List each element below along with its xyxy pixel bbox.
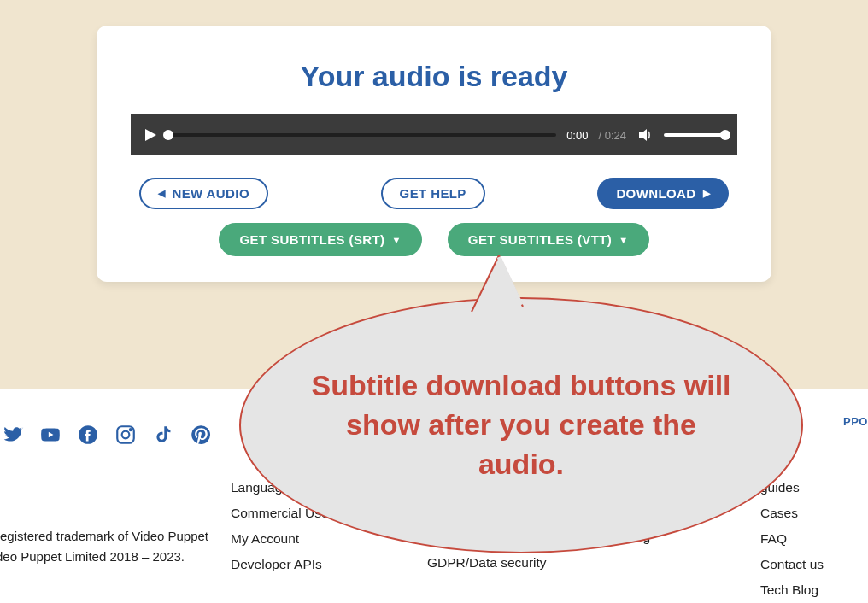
svg-point-3	[130, 429, 132, 430]
svg-marker-0	[145, 129, 156, 141]
audio-time-total: / 0:24	[598, 129, 626, 142]
subtitles-srt-button[interactable]: GET SUBTITLES (SRT)	[219, 223, 421, 256]
tiktok-icon[interactable]	[152, 424, 174, 446]
pinterest-icon[interactable]	[190, 424, 212, 446]
instagram-icon[interactable]	[114, 424, 137, 446]
svg-point-2	[122, 431, 130, 439]
annotation-callout: Subtitle download buttons will show afte…	[239, 297, 803, 553]
footer-col-4: guides Cases FAQ Contact us Tech Blog	[760, 480, 846, 598]
footer-link[interactable]: Tech Blog	[760, 583, 846, 598]
footer-link[interactable]: Contact us	[760, 557, 846, 572]
footer-link[interactable]: FAQ	[760, 531, 846, 547]
action-row-1: NEW AUDIO GET HELP DOWNLOAD	[131, 178, 737, 209]
audio-progress-thumb[interactable]	[163, 130, 173, 140]
support-heading-partial: PPO	[843, 415, 868, 428]
footer-link[interactable]: Cases	[760, 506, 846, 521]
volume-icon[interactable]	[636, 126, 654, 143]
footer-link[interactable]: GDPR/Data security	[427, 555, 555, 571]
get-help-button[interactable]: GET HELP	[381, 178, 485, 209]
new-audio-button[interactable]: NEW AUDIO	[139, 178, 268, 209]
audio-time-current: 0:00	[566, 129, 588, 142]
footer-link[interactable]: Developer APIs	[231, 557, 359, 572]
youtube-icon[interactable]	[39, 424, 62, 446]
download-button[interactable]: DOWNLOAD	[597, 178, 729, 209]
audio-ready-card: Your audio is ready 0:00 / 0:24 NEW AUDI…	[97, 26, 771, 282]
footer-link[interactable]: My Account	[231, 531, 359, 547]
trademark-text: registered trademark of Video Puppet deo…	[0, 526, 208, 567]
audio-player[interactable]: 0:00 / 0:24	[131, 114, 737, 155]
callout-tail	[461, 254, 530, 313]
action-row-2: GET SUBTITLES (SRT) GET SUBTITLES (VTT)	[131, 223, 737, 256]
play-icon[interactable]	[143, 127, 158, 143]
facebook-icon[interactable]	[77, 424, 99, 446]
audio-progress-bar[interactable]	[168, 133, 556, 137]
volume-thumb[interactable]	[720, 130, 730, 140]
twitter-icon[interactable]	[2, 424, 24, 446]
subtitles-vtt-button[interactable]: GET SUBTITLES (VTT)	[448, 223, 649, 256]
card-title: Your audio is ready	[131, 60, 737, 93]
volume-bar[interactable]	[664, 133, 725, 137]
callout-text: Subtitle download buttons will show afte…	[301, 366, 742, 484]
